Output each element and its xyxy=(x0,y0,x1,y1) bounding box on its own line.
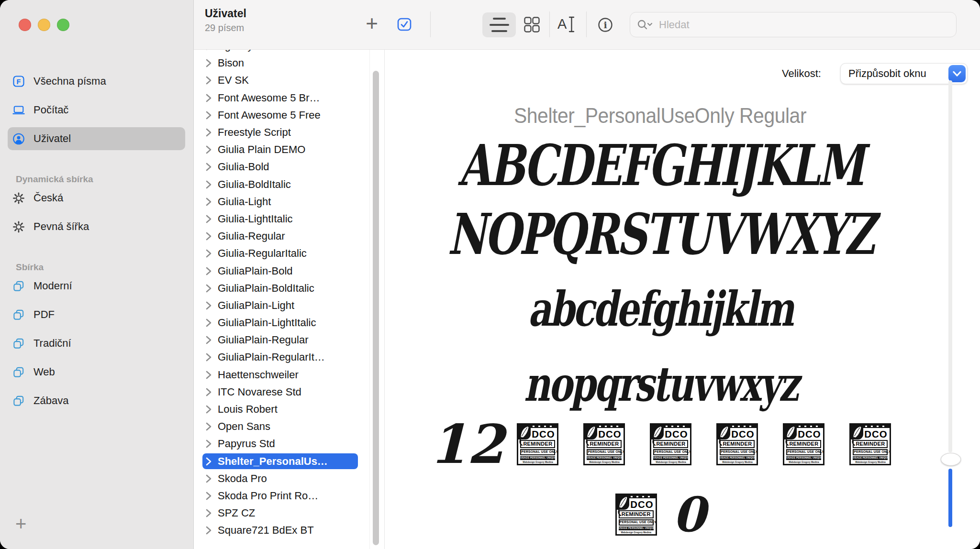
font-list-item[interactable]: Giulia-Regular xyxy=(194,228,384,245)
dco-credit-line1: Webdesign Gregory Medina xyxy=(617,531,656,534)
list-view-button[interactable] xyxy=(482,12,516,37)
sidebar-item-pevná-šířka[interactable]: Pevná šířka xyxy=(0,215,193,242)
font-list-item[interactable]: GiuliaPlain-BoldItalic xyxy=(194,280,384,297)
font-list-item[interactable]: Bison xyxy=(194,55,384,72)
sidebar-item-web[interactable]: Web xyxy=(0,361,193,387)
toolbar-divider xyxy=(430,11,431,37)
chevron-right-icon xyxy=(205,491,212,501)
glyph-row-uppercase-1: ABCDEFGHIJKLM xyxy=(385,137,936,194)
sidebar-item-česká[interactable]: Česká xyxy=(0,187,193,213)
font-list-item[interactable]: GiuliaPlain-Light xyxy=(194,297,384,314)
svg-text:F: F xyxy=(17,78,21,86)
collection-icon xyxy=(12,280,25,292)
close-button[interactable] xyxy=(19,19,31,31)
font-list-item[interactable]: EV SK xyxy=(194,72,384,89)
size-slider-fill xyxy=(948,469,952,527)
digit-glyphs: 12 xyxy=(430,417,504,471)
font-list-item[interactable]: GiuliaPlain-Bold xyxy=(194,262,384,279)
font-list-item[interactable]: Shelter_PersonalUs… xyxy=(194,453,384,470)
font-list-item[interactable]: Giulia-Light xyxy=(194,193,384,210)
font-list-item[interactable]: Giulia-Bold xyxy=(194,158,384,176)
sidebar-item-uživatel[interactable]: Uživatel xyxy=(0,127,193,154)
list-scrollbar[interactable] xyxy=(373,71,379,545)
dco-personal-line: PERSONAL USE ONLY xyxy=(653,449,688,455)
sidebar-item-zábava[interactable]: Zábava xyxy=(0,389,193,416)
dco-personal-line: PERSONAL USE ONLY xyxy=(619,519,654,526)
font-list-item[interactable]: Skoda Pro Print Ro… xyxy=(194,487,384,505)
chevron-right-icon xyxy=(205,422,212,431)
font-list-item[interactable]: Agency FB xyxy=(194,50,384,55)
font-name: Giulia-Light xyxy=(218,196,271,208)
chevron-right-icon xyxy=(205,93,212,103)
font-list-item[interactable]: Louis Robert xyxy=(194,401,384,418)
search-input[interactable] xyxy=(658,18,956,32)
font-list-item[interactable]: Haettenschweiler xyxy=(194,366,384,384)
sidebar-item-moderní[interactable]: Moderní xyxy=(0,274,193,301)
font-list-item[interactable]: GiuliaPlain-Regular xyxy=(194,331,384,349)
font-list-item[interactable]: ITC Novarese Std xyxy=(194,384,384,401)
dco-usage-line: USAGE PERSONNEL UNIQUEMENT xyxy=(520,456,555,460)
font-list-item[interactable]: Giulia-LightItalic xyxy=(194,210,384,228)
font-list-item[interactable]: Skoda Pro xyxy=(194,470,384,487)
sidebar-item-všechna-písma[interactable]: F Všechna písma xyxy=(0,70,193,97)
size-slider-track[interactable] xyxy=(948,80,952,452)
chevron-right-icon xyxy=(205,58,212,68)
search-icon xyxy=(637,19,653,31)
add-font-button[interactable]: + xyxy=(360,8,383,38)
font-name: Shelter_PersonalUs… xyxy=(218,455,328,468)
size-slider-handle[interactable] xyxy=(941,453,961,466)
font-list-item[interactable]: SPZ CZ xyxy=(194,505,384,522)
font-list-item[interactable]: Square721 BdEx BT xyxy=(194,522,384,539)
dco-credit-line2: www.dcop.com xyxy=(617,534,656,536)
text-sample-view-button[interactable]: A xyxy=(557,15,575,33)
sidebar-item-label: Uživatel xyxy=(33,132,71,145)
dco-credit-line1: Webdesign Gregory Medina xyxy=(585,461,624,464)
add-collection-button[interactable]: + xyxy=(12,513,32,534)
font-list-item[interactable]: Freestyle Script xyxy=(194,124,384,141)
info-button[interactable]: i xyxy=(598,17,613,34)
font-list-item[interactable]: GiuliaPlain-RegularIt… xyxy=(194,349,384,366)
sidebar-item-pdf[interactable]: PDF xyxy=(0,303,193,330)
font-name: Haettenschweiler xyxy=(218,369,299,381)
sidebar-list: F Všechna písma Počítač Uživatel Dynamic… xyxy=(0,68,193,416)
digit-glyph-zero: 0 xyxy=(672,491,706,538)
chevron-right-icon xyxy=(205,284,212,293)
sidebar-item-tradiční[interactable]: Tradiční xyxy=(0,332,193,359)
collection-icon xyxy=(12,395,25,407)
collection-title: Uživatel xyxy=(205,7,246,20)
sidebar-item-label: Zábava xyxy=(33,395,68,407)
grid-view-button[interactable] xyxy=(524,17,540,34)
search-field[interactable] xyxy=(630,12,957,37)
validate-fonts-button[interactable] xyxy=(397,18,412,32)
chevron-right-icon xyxy=(205,508,212,518)
font-list-item[interactable]: Giulia-RegularItalic xyxy=(194,245,384,262)
font-list-item[interactable]: Font Awesome 5 Free xyxy=(194,107,384,124)
dco-reminder-line: REMINDER xyxy=(720,440,755,448)
chevron-right-icon xyxy=(205,474,212,483)
dco-brand: DCO xyxy=(597,429,623,439)
zoom-button[interactable] xyxy=(57,19,69,31)
chevron-right-icon xyxy=(205,145,212,154)
toolbar: Uživatel 29 písem + A xyxy=(194,0,980,50)
collection-icon xyxy=(12,337,25,350)
font-name: EV SK xyxy=(218,74,249,87)
dco-personal-line: PERSONAL USE ONLY xyxy=(853,449,888,455)
sidebar-item-label: Česká xyxy=(33,192,63,204)
font-name: GiuliaPlain-LightItalic xyxy=(218,317,316,329)
glyph-row-lowercase-2: nopqrstuvwxyz xyxy=(385,360,936,408)
chevron-right-icon xyxy=(205,162,212,172)
minimize-button[interactable] xyxy=(38,19,50,31)
sidebar-item-počítač[interactable]: Počítač xyxy=(0,99,193,125)
font-list-item[interactable]: Open Sans xyxy=(194,418,384,435)
font-list-item[interactable]: Giulia-BoldItalic xyxy=(194,176,384,193)
chevron-right-icon xyxy=(205,231,212,241)
sidebar-item-label: Pevná šířka xyxy=(33,220,89,233)
font-list-item[interactable]: Papyrus Std xyxy=(194,435,384,452)
dco-credit-line1: Webdesign Gregory Medina xyxy=(518,461,557,464)
preview-font-title: Shelter_PersonalUseOnly Regular xyxy=(385,104,936,128)
chevron-right-icon xyxy=(205,76,212,85)
font-list-item[interactable]: Font Awesome 5 Br… xyxy=(194,89,384,107)
sidebar-item-label: Moderní xyxy=(33,280,72,292)
font-list-item[interactable]: GiuliaPlain-LightItalic xyxy=(194,314,384,331)
font-list-item[interactable]: Giulia Plain DEMO xyxy=(194,141,384,158)
